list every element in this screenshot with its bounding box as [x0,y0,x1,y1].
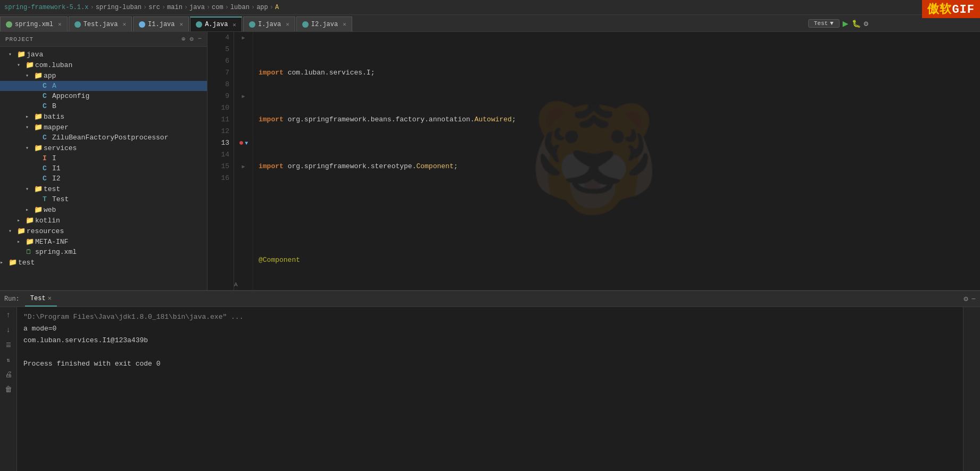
gutter-6 [234,55,253,67]
sidebar-item-zilu[interactable]: ▸ C ZiluBeanFactoryPostprocessor [0,133,207,143]
tab-close-test-java[interactable]: ✕ [122,21,126,28]
breadcrumb-com[interactable]: com [212,4,223,11]
bottom-panel: Run: Test ✕ ⚙ − ↑ ↓ ☰ ⇅ 🖨 🗑 "D:\Program … [0,290,980,471]
sidebar-item-B[interactable]: ▸ C B [0,101,207,111]
tab-i1-java[interactable]: I1.java ✕ [133,16,189,31]
gutter-12 [234,126,253,137]
run-ctrl-print[interactable]: 🖨 [3,369,14,381]
arrow-mapper: ▾ [26,124,34,130]
gutter-13: ● ▼ [234,137,253,149]
tab-close-a-java[interactable]: ✕ [232,21,236,28]
sidebar-item-appconfig[interactable]: ▸ C Appconfig [0,91,207,101]
item-label-META-INF: META-INF [35,238,68,246]
gutter-11 [234,114,253,126]
tab-icon-spring-xml [6,21,12,28]
breadcrumb-luban2[interactable]: luban [230,4,250,11]
sidebar-item-batis[interactable]: ▸ 📁 batis [0,111,207,122]
breakpoint-13[interactable]: ● [239,138,244,148]
breadcrumb-spring[interactable]: spring-framework-5.1.x [4,4,88,11]
folder-icon-web: 📁 [34,205,44,214]
gutter-16 [234,172,253,184]
item-label-services: services [44,144,77,152]
bottom-tab-close-test[interactable]: ✕ [48,294,52,302]
tab-close-i1-java[interactable]: ✕ [180,21,184,28]
sidebar-item-test[interactable]: ▾ 📁 test [0,184,207,194]
sidebar-item-resources[interactable]: ▾ 📁 resources [0,226,207,236]
scroll-up-btn[interactable]: ↑ [3,309,14,321]
arrow-web: ▸ [26,206,34,213]
tab-close-i-java[interactable]: ✕ [286,21,289,28]
sidebar-item-services[interactable]: ▾ 📁 services [0,143,207,153]
breadcrumb-a[interactable]: A [275,4,279,11]
breadcrumb-src[interactable]: src [148,4,160,11]
class-icon-appconfig: C [43,92,52,100]
folder-icon-test-root: 📁 [9,258,18,267]
bottom-minimize-icon[interactable]: − [971,295,976,303]
tab-test-java[interactable]: Test.java ✕ [69,16,132,31]
arrow-batis: ▸ [26,113,34,120]
tab-icon-test-java [74,21,81,28]
sidebar-settings-icon[interactable]: ⚙ [190,35,194,43]
breadcrumb-main[interactable]: main [167,4,182,11]
scroll-down-btn[interactable]: ↓ [3,324,14,336]
tab-close-i2-java[interactable]: ✕ [343,21,346,28]
xml-icon-spring: 🗒 [26,248,35,256]
tab-icon-i2-java [302,21,309,28]
file-label: A [234,282,238,288]
code-container[interactable]: 🐯 4 5 6 7 8 9 10 11 12 13 14 15 16 ▶ [207,32,980,290]
tab-i-java[interactable]: I.java ✕ [243,16,295,31]
sidebar-item-A[interactable]: ▸ C A [0,81,207,91]
code-line-7 [259,208,975,219]
sidebar-item-I1[interactable]: ▸ C I1 [0,163,207,173]
sidebar-item-java[interactable]: ▾ 📁 java [0,49,207,60]
sidebar-item-spring-xml[interactable]: ▸ 🗒 spring.xml [0,247,207,257]
sidebar-item-META-INF[interactable]: ▸ 📁 META-INF [0,236,207,247]
sidebar-item-Test[interactable]: ▸ T Test [0,194,207,204]
run-ctrl-sort[interactable]: ⇅ [3,354,14,366]
folder-icon-mapper: 📁 [34,123,44,131]
breadcrumb-app[interactable]: app [256,4,268,11]
folder-icon-test: 📁 [34,185,44,193]
bottom-settings-icon[interactable]: ⚙ [964,294,968,303]
sidebar-minimize-icon[interactable]: − [198,35,202,43]
run-config-select[interactable]: Test ▼ [808,19,840,28]
run-ctrl-menu[interactable]: ☰ [3,339,14,351]
sidebar-add-icon[interactable]: ⊕ [181,35,185,43]
tab-label-i2-java: I2.java [311,21,338,28]
arrow-test-root: ▸ [0,259,9,266]
console-line-4 [23,346,957,358]
tab-close-spring-xml[interactable]: ✕ [58,21,62,28]
tab-i2-java[interactable]: I2.java ✕ [296,16,352,31]
breadcrumb-java[interactable]: java [189,4,205,11]
sidebar-item-mapper[interactable]: ▾ 📁 mapper [0,122,207,133]
watermark-ao: 傲软 [927,3,952,16]
sidebar-header-icons: ⊕ ⚙ − [181,35,202,43]
item-label-zilu: ZiluBeanFactoryPostprocessor [52,134,168,142]
item-label-app: app [44,72,56,80]
sidebar-item-app[interactable]: ▾ 📁 app [0,70,207,81]
tab-spring-xml[interactable]: spring.xml ✕ [0,16,68,31]
coverage-button[interactable]: ⚙ [864,19,868,28]
item-label-spring-xml: spring.xml [35,248,77,256]
sidebar-item-test-root[interactable]: ▸ 📁 test [0,257,207,268]
sidebar-item-I2[interactable]: ▸ C I2 [0,173,207,184]
gutter-14 [234,149,253,161]
console-output[interactable]: "D:\Program Files\Java\jdk1.8.0_181\bin\… [17,307,963,471]
tab-a-java[interactable]: A.java ✕ [190,16,242,31]
bottom-tab-test[interactable]: Test ✕ [25,291,57,307]
sidebar-item-kotlin[interactable]: ▸ 📁 kotlin [0,215,207,226]
debug-button[interactable]: 🐛 [852,19,861,28]
gutter-8 [234,79,253,90]
item-label-B: B [52,102,56,110]
arrow-app: ▾ [26,72,34,79]
main-area: Project ⊕ ⚙ − ▾ 📁 java ▾ 📁 com.luban [0,32,980,290]
code-content[interactable]: import com.luban.services.I; import org.… [253,32,980,290]
sidebar-item-web[interactable]: ▸ 📁 web [0,204,207,215]
breadcrumb-luban[interactable]: spring-luban [96,4,142,11]
item-label-com-luban: com.luban [35,61,72,69]
sidebar-item-I[interactable]: ▸ I I [0,153,207,163]
gutter-10 [234,102,253,114]
sidebar-item-com-luban[interactable]: ▾ 📁 com.luban [0,60,207,70]
run-button[interactable]: ▶ [843,18,849,29]
run-ctrl-trash[interactable]: 🗑 [3,384,14,395]
